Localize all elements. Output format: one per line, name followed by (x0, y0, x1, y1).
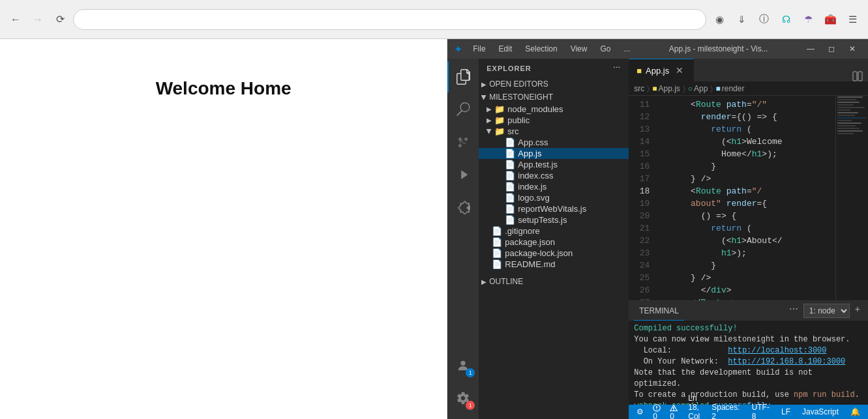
package-json-label: package.json (505, 237, 555, 247)
code-line-19: about" render={ (660, 197, 830, 210)
tab-split-btn[interactable] (847, 71, 868, 81)
tree-item-public[interactable]: ▶ 📁 public (479, 115, 629, 126)
activity-bar: 1 1 (447, 59, 479, 419)
tab-close-btn[interactable]: ✕ (676, 65, 683, 76)
welcome-heading: Welcome Home (156, 78, 292, 99)
breadcrumb-appjs[interactable]: ■App.js (652, 84, 680, 93)
tree-item-logo-svg[interactable]: 📄 logo.svg (479, 192, 629, 203)
status-line-col[interactable]: Ln 18, Col 27 (685, 394, 702, 419)
info-button[interactable]: ⓘ (755, 10, 773, 29)
close-button[interactable]: ✕ (843, 42, 861, 55)
code-editor[interactable]: 11 12 13 14 15 16 17 18 19 20 21 22 23 2… (629, 96, 868, 300)
menu-more[interactable]: ... (618, 43, 635, 55)
minimap-line (837, 115, 855, 116)
menu-edit[interactable]: Edit (494, 43, 518, 55)
line-num-23: 23 (629, 247, 650, 259)
code-line-12: render={() => { (660, 111, 830, 123)
editor-tabs: ■ App.js ✕ (629, 59, 868, 81)
status-errors[interactable]: 0 (650, 403, 663, 419)
tree-item-app-test[interactable]: 📄 App.test.js (479, 159, 629, 170)
line-num-24: 24 (629, 259, 650, 272)
tree-item-report-web-vitals[interactable]: 📄 reportWebVitals.js (479, 203, 629, 214)
terminal-more-btn[interactable]: ⋯ (786, 304, 801, 318)
index-css-label: index.css (518, 171, 553, 181)
public-chevron: ▶ (486, 117, 492, 124)
code-line-17: } /> (660, 173, 830, 185)
breadcrumb-sep-2: 〉 (683, 84, 685, 93)
status-language[interactable]: JavaScript (800, 407, 841, 416)
tree-item-readme[interactable]: 📄 README.md (479, 259, 629, 270)
menu-selection[interactable]: Selection (520, 43, 562, 55)
logo-svg-label: logo.svg (518, 193, 549, 203)
menu-view[interactable]: View (565, 43, 593, 55)
search-activity-btn[interactable] (447, 94, 479, 125)
terminal-node-select[interactable]: 1: node (803, 304, 850, 318)
restore-button[interactable]: ◻ (822, 42, 841, 55)
forward-button[interactable]: → (29, 10, 47, 29)
status-git-icon[interactable]: ⚙ (634, 407, 646, 416)
status-notifications-icon[interactable]: 🔔 (848, 407, 863, 416)
terminal-add-btn[interactable]: + (852, 304, 863, 318)
extensions-activity-btn[interactable] (447, 192, 479, 223)
pocket-button[interactable]: ◉ (710, 10, 728, 29)
status-spaces[interactable]: Spaces: 2 (709, 403, 742, 419)
line-num-19: 19 (629, 197, 650, 210)
code-content[interactable]: <Route path="/" render={() => { return (… (655, 96, 835, 300)
setup-tests-label: setupTests.js (518, 215, 567, 225)
translate-button[interactable]: ☊ (777, 10, 795, 29)
minimap-line (837, 133, 854, 134)
app-js-label: App.js (518, 149, 541, 158)
editor-tab-app-js[interactable]: ■ App.js ✕ (629, 59, 694, 81)
statusbar: ⚙ 0 0 Ln 18, Col 27 Spaces: 2 UT (629, 405, 868, 419)
outline-label: OUTLINE (489, 277, 523, 286)
breadcrumb-sep-1: 〉 (647, 84, 650, 93)
download-button[interactable]: ⇓ (732, 10, 751, 29)
account-activity-btn[interactable]: 1 (447, 350, 479, 381)
tree-item-app-css[interactable]: 📄 App.css (479, 137, 629, 148)
setup-tests-file-icon: 📄 (505, 215, 515, 225)
menu-file[interactable]: File (468, 43, 490, 55)
code-line-11: <Route path="/" (660, 98, 830, 111)
outline-section-header[interactable]: ▶ OUTLINE (479, 275, 629, 288)
terminal-body[interactable]: Compiled successfully! You can now view … (629, 321, 868, 405)
tree-item-setup-tests[interactable]: 📄 setupTests.js (479, 214, 629, 225)
back-button[interactable]: ← (7, 10, 25, 29)
status-warnings[interactable]: 0 (667, 403, 680, 419)
shield-button[interactable]: ☂ (799, 10, 817, 29)
open-editors-section[interactable]: ▶ OPEN EDITORS (479, 78, 629, 91)
code-line-16: } (660, 160, 830, 173)
settings-activity-btn[interactable]: 1 (447, 383, 479, 414)
extensions-button[interactable]: 🧰 (821, 10, 839, 29)
tree-item-package-json[interactable]: 📄 package.json (479, 237, 629, 248)
explorer-activity-btn[interactable] (447, 61, 479, 93)
breadcrumb-render[interactable]: ■render (715, 84, 744, 93)
code-line-21: return ( (660, 222, 830, 235)
status-encoding[interactable]: UTF-8 (749, 403, 772, 419)
project-section[interactable]: ▶ MILESTONEIGHT (479, 91, 629, 104)
status-line-ending[interactable]: LF (779, 407, 793, 416)
breadcrumb-app[interactable]: ○App (688, 84, 708, 93)
menu-go[interactable]: Go (595, 43, 616, 55)
tree-item-index-js[interactable]: 📄 index.js (479, 181, 629, 192)
terminal-panel: TERMINAL ⋯ 1: node + Compiled successful… (629, 300, 868, 405)
tree-item-package-lock[interactable]: 📄 package-lock.json (479, 248, 629, 259)
terminal-tab-btn[interactable]: TERMINAL (634, 301, 684, 321)
address-input[interactable]: localhost:3000/ (82, 14, 698, 25)
line-num-25: 25 (629, 272, 650, 284)
tree-item-src[interactable]: ▶ 📁 src (479, 126, 629, 137)
tree-item-node-modules[interactable]: ▶ 📁 node_modules (479, 104, 629, 115)
menu-button[interactable]: ☰ (843, 10, 861, 29)
sidebar-more-icon[interactable]: ⋯ (613, 64, 621, 72)
breadcrumb-src[interactable]: src (634, 84, 644, 93)
app-js-file-icon: 📄 (505, 149, 515, 158)
minimap-line (837, 104, 854, 106)
tree-item-index-css[interactable]: 📄 index.css (479, 170, 629, 181)
tree-item-gitignore[interactable]: 📄 .gitignore (479, 225, 629, 237)
reload-button[interactable]: ⟳ (51, 10, 69, 29)
source-control-activity-btn[interactable] (447, 126, 479, 158)
tree-item-app-js[interactable]: 📄 App.js (479, 148, 629, 159)
run-activity-btn[interactable] (447, 159, 479, 190)
package-json-file-icon: 📄 (492, 237, 502, 247)
minimize-button[interactable]: — (801, 42, 820, 55)
line-num-12: 12 (629, 111, 650, 123)
